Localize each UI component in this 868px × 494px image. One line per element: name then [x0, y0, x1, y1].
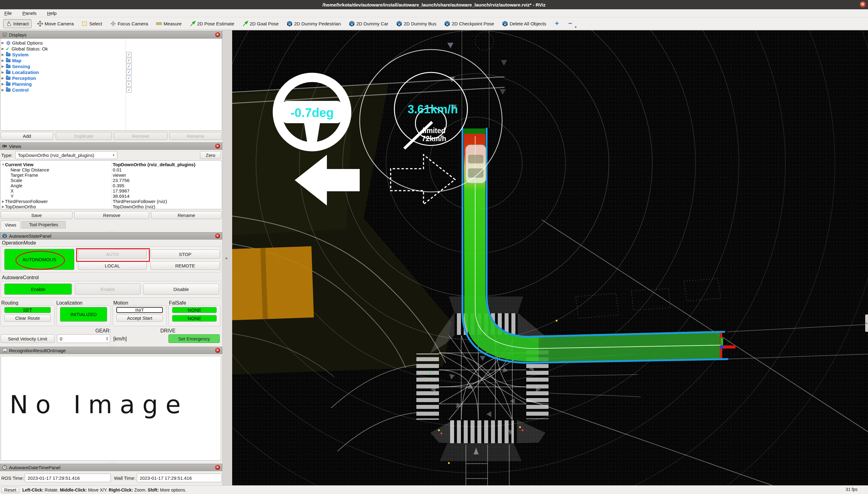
visibility-checkbox[interactable]: ✓ [126, 76, 132, 81]
expand-icon[interactable]: ▶ [1, 41, 5, 45]
tool-2d-goal-pose[interactable]: 2D Goal Pose [240, 19, 281, 28]
prop-row-third-person[interactable]: ▶ThirdPersonFollowerThirdPersonFollower … [1, 199, 222, 204]
view-type-dropdown[interactable]: TopDownOrtho (rviz_default_plugins) ▾ [15, 151, 117, 159]
tree-item-control[interactable]: ▶ Control ✓ [1, 87, 222, 93]
zero-button[interactable]: Zero [200, 151, 221, 159]
menu-panels[interactable]: Panels [22, 11, 37, 16]
tree-item-planning[interactable]: ▶ Planning ✓ [1, 81, 222, 87]
svg-text:W: W [3, 235, 6, 238]
autoware-logo-icon: W [396, 21, 402, 26]
expand-icon[interactable]: ▶ [1, 64, 5, 69]
visibility-checkbox[interactable]: ✓ [126, 58, 132, 63]
prop-row[interactable]: Angle0.395 [1, 183, 222, 188]
tree-item-sensing[interactable]: ▶ Sensing ✓ [1, 63, 222, 69]
tree-item-global-status[interactable]: ▶ ✓ Global Status: Ok [1, 46, 222, 52]
tab-tool-properties[interactable]: Tool Properties [22, 221, 65, 228]
tool-2d-checkpoint-pose[interactable]: W 2D Checkpoint Pose [442, 19, 496, 28]
turn-signal-indicators [295, 155, 455, 206]
panel-drag-handle[interactable]: ······ [0, 230, 222, 232]
ros-time-field[interactable]: 2023-01-17 17:29:51.416 [25, 474, 111, 482]
prop-row[interactable]: Y38.6914 [1, 193, 222, 199]
velocity-limit-spinner[interactable]: 0 ▲▼ [57, 334, 110, 343]
save-view-button[interactable]: Save [1, 211, 72, 219]
expand-icon[interactable]: ▶ [1, 47, 5, 51]
send-velocity-limit-button[interactable]: Send Velocity Limit [1, 334, 55, 343]
expand-icon[interactable]: ▶ [1, 58, 5, 62]
panel-title: Displays [9, 32, 213, 37]
reset-button[interactable]: Reset [1, 487, 19, 493]
visibility-checkbox[interactable]: ✓ [126, 81, 132, 87]
prop-row[interactable]: Scale23.7756 [1, 178, 222, 183]
expand-icon[interactable]: ▶ [1, 200, 5, 203]
tool-select[interactable]: Select [79, 19, 105, 28]
tool-measure[interactable]: Measure [153, 19, 184, 28]
spinner-arrows-icon[interactable]: ▲▼ [105, 335, 109, 343]
rename-display-button[interactable]: Rename [169, 132, 222, 140]
remove-tool-button[interactable]: −▾ [565, 19, 575, 27]
visibility-checkbox[interactable]: ✓ [126, 64, 132, 69]
stop-button[interactable]: STOP [150, 249, 220, 259]
collapse-left-icon[interactable]: ◂ [225, 256, 227, 260]
visibility-checkbox[interactable]: ✓ [126, 52, 132, 57]
autoware-logo-icon: W [444, 21, 450, 26]
expand-icon[interactable]: ▶ [1, 70, 5, 74]
tool-2d-dummy-bus[interactable]: W 2D Dummy Bus [394, 19, 439, 28]
expand-icon[interactable]: ▶ [1, 53, 5, 57]
local-button[interactable]: LOCAL [78, 261, 147, 270]
tool-focus-camera[interactable]: Focus Camera [108, 19, 150, 28]
prop-row-current-view[interactable]: ▼ Current View TopDownOrtho (rviz_defaul… [1, 162, 222, 167]
panel-splitter[interactable]: ◂ [222, 30, 232, 485]
close-icon[interactable]: ✕ [215, 348, 220, 353]
expand-icon[interactable]: ▶ [1, 76, 5, 80]
set-emergency-button[interactable]: Set Emergency [168, 334, 220, 343]
tool-2d-pose-estimate[interactable]: 2D Pose Estimate [187, 19, 237, 28]
menu-help[interactable]: Help [47, 11, 57, 16]
prop-row[interactable]: Near Clip Distance0.01 [1, 167, 222, 172]
expand-icon[interactable]: ▶ [1, 205, 5, 208]
tree-item-global-options[interactable]: ▶ Global Options [1, 40, 222, 46]
tab-views[interactable]: Views [1, 221, 20, 229]
prop-row-topdownortho[interactable]: ▶TopDownOrthoTopDownOrtho (rviz) [1, 204, 222, 209]
tree-item-localization[interactable]: ▶ Localization ✓ [1, 69, 222, 75]
tree-item-map[interactable]: ▶ Map ✓ [1, 58, 222, 63]
prop-row[interactable]: Target Frameviewer [1, 172, 222, 178]
expand-icon[interactable]: ▶ [1, 88, 5, 92]
remote-button[interactable]: REMOTE [150, 261, 220, 270]
control-enable-button[interactable]: Enable [4, 284, 72, 294]
close-icon[interactable]: ✕ [215, 465, 220, 470]
tool-delete-all-objects[interactable]: W Delete All Objects [499, 19, 549, 28]
tool-interact[interactable]: Interact [3, 19, 32, 28]
add-display-button[interactable]: Add [1, 132, 53, 140]
remove-display-button[interactable]: Remove [114, 132, 168, 140]
menu-file[interactable]: File [4, 11, 12, 16]
visibility-checkbox[interactable]: ✓ [126, 87, 132, 93]
close-icon[interactable]: ✕ [215, 32, 220, 37]
tool-2d-dummy-car[interactable]: W 2D Dummy Car [346, 19, 391, 28]
tree-item-perception[interactable]: ▶ Perception ✓ [1, 75, 222, 81]
add-tool-button[interactable]: + [552, 19, 562, 27]
clear-route-button[interactable]: Clear Route [4, 315, 51, 322]
control-enable-disabled-button[interactable]: Enable [75, 284, 140, 294]
view-type-row: Type: TopDownOrtho (rviz_default_plugins… [1, 151, 117, 159]
prop-row[interactable]: X17.9987 [1, 188, 222, 193]
control-disable-button[interactable]: Disable [143, 284, 219, 294]
tool-2d-dummy-pedestrian[interactable]: W 2D Dummy Pedestrian [284, 19, 343, 28]
close-icon[interactable]: ✕ [215, 233, 220, 238]
remove-view-button[interactable]: Remove [74, 211, 149, 219]
limited-label: limited [422, 127, 446, 135]
wall-time-field[interactable]: 2023-01-17 17:29:51.416 [137, 474, 222, 482]
panel-title: AutowareStatePanel [9, 233, 213, 239]
close-icon[interactable]: ✕ [215, 144, 220, 149]
expand-icon[interactable]: ▶ [1, 82, 5, 86]
accept-start-button[interactable]: Accept Start [116, 315, 163, 322]
collapse-icon[interactable]: ▼ [1, 163, 5, 166]
3d-viewport[interactable]: -0.7deg 3.61km/h limited 72km/h ▸ [232, 30, 868, 485]
duplicate-display-button[interactable]: Duplicate [56, 132, 112, 140]
collapse-right-icon[interactable]: ▸ [865, 315, 868, 332]
tree-item-system[interactable]: ▶ System ✓ [1, 52, 222, 58]
tool-move-camera[interactable]: Move Camera [35, 19, 76, 28]
visibility-checkbox[interactable]: ✓ [126, 70, 132, 75]
rename-view-button[interactable]: Rename [151, 211, 222, 219]
window-close-icon[interactable]: ✕ [860, 2, 866, 7]
panel-drag-handle[interactable]: ······ [0, 140, 222, 142]
